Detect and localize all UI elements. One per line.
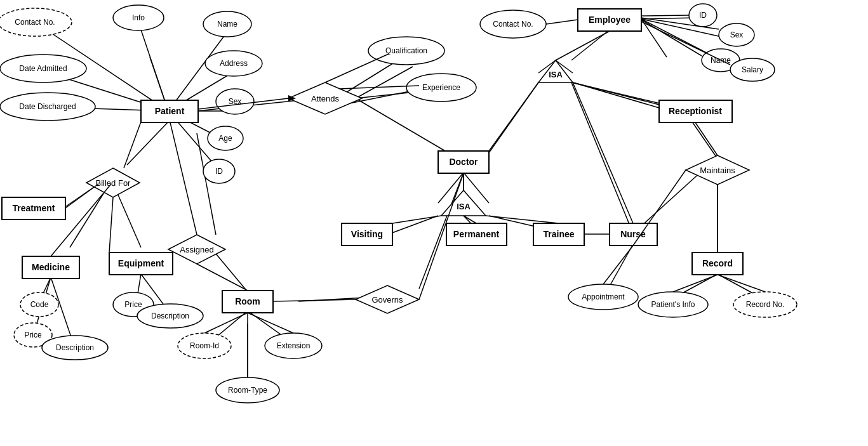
billed-for-label: Billed For — [96, 178, 131, 188]
attends-label: Attends — [311, 94, 340, 103]
svg-line-76 — [489, 82, 538, 151]
maintains-label: Maintains — [700, 166, 735, 175]
medicine-code-label: Code — [30, 300, 49, 309]
assigned-label: Assigned — [180, 245, 213, 254]
svg-line-71 — [392, 216, 441, 223]
patient-name-label: Name — [217, 20, 237, 29]
age-label: Age — [218, 134, 232, 143]
svg-line-59 — [124, 122, 141, 168]
date-admitted-label: Date Admitted — [19, 64, 67, 73]
contact-no-label: Contact No. — [15, 18, 55, 27]
svg-line-42 — [692, 122, 718, 159]
trainee-label: Trainee — [543, 229, 574, 239]
address-label: Address — [220, 59, 248, 68]
room-label: Room — [235, 296, 260, 306]
svg-line-29 — [391, 216, 438, 233]
visiting-label: Visiting — [351, 229, 383, 239]
equipment-price-label: Price — [124, 300, 142, 309]
svg-line-65 — [273, 299, 356, 301]
svg-line-36 — [571, 82, 633, 233]
svg-line-80 — [718, 275, 765, 292]
patients-info-label: Patient's Info — [651, 300, 695, 309]
svg-line-68 — [248, 313, 293, 333]
svg-line-19 — [197, 133, 216, 235]
svg-line-81 — [695, 122, 718, 155]
doctor-label: Doctor — [449, 157, 478, 167]
permanent-label: Permanent — [453, 229, 500, 239]
svg-line-41 — [641, 19, 667, 57]
treatment-label: Treatment — [13, 203, 55, 213]
svg-line-87 — [641, 22, 730, 65]
svg-line-73 — [486, 216, 559, 223]
doctor-isa-label: ISA — [457, 202, 471, 211]
room-type-label: Room-Type — [228, 386, 267, 395]
record-label: Record — [702, 258, 733, 268]
employee-sex-label: Sex — [730, 30, 744, 39]
employee-label: Employee — [589, 15, 631, 25]
qualification-label: Qualification — [385, 46, 427, 55]
receptionist-label: Receptionist — [669, 106, 722, 116]
svg-line-67 — [204, 313, 248, 333]
employee-isa-label: ISA — [549, 70, 563, 79]
record-no-label: Record No. — [746, 300, 785, 309]
svg-line-82 — [633, 170, 686, 246]
employee-id-label: ID — [699, 11, 707, 20]
appointment-label: Appointment — [582, 292, 625, 301]
svg-line-20 — [216, 254, 248, 292]
er-diagram: Contact No. Info Date Admitted Date Disc… — [0, 0, 868, 446]
nurse-label: Nurse — [620, 229, 646, 239]
employee-contact-label: Contact No. — [493, 20, 533, 29]
medicine-desc-label: Description — [56, 343, 94, 352]
svg-line-17 — [117, 193, 141, 247]
equipment-label: Equipment — [118, 258, 164, 268]
salary-label: Salary — [742, 65, 763, 74]
patient-id-label: ID — [215, 167, 223, 176]
svg-line-61 — [109, 197, 113, 253]
svg-line-88 — [325, 54, 389, 82]
medicine-label: Medicine — [32, 262, 70, 272]
equipment-desc-label: Description — [151, 312, 189, 320]
svg-line-75 — [556, 31, 610, 60]
extension-label: Extension — [277, 341, 310, 350]
room-id-label: Room-Id — [190, 341, 219, 350]
patient-label: Patient — [155, 106, 185, 116]
experience-label: Experience — [422, 83, 460, 92]
governs-label: Governs — [371, 295, 403, 305]
svg-line-90 — [573, 82, 659, 105]
svg-line-79 — [673, 275, 718, 292]
medicine-price-label: Price — [24, 331, 42, 339]
svg-line-77 — [573, 82, 633, 223]
svg-line-78 — [603, 246, 633, 284]
date-discharged-label: Date Discharged — [19, 102, 76, 111]
svg-line-55 — [546, 20, 578, 24]
svg-line-64 — [197, 264, 248, 291]
svg-line-84 — [641, 15, 689, 16]
info-label: Info — [132, 13, 145, 22]
